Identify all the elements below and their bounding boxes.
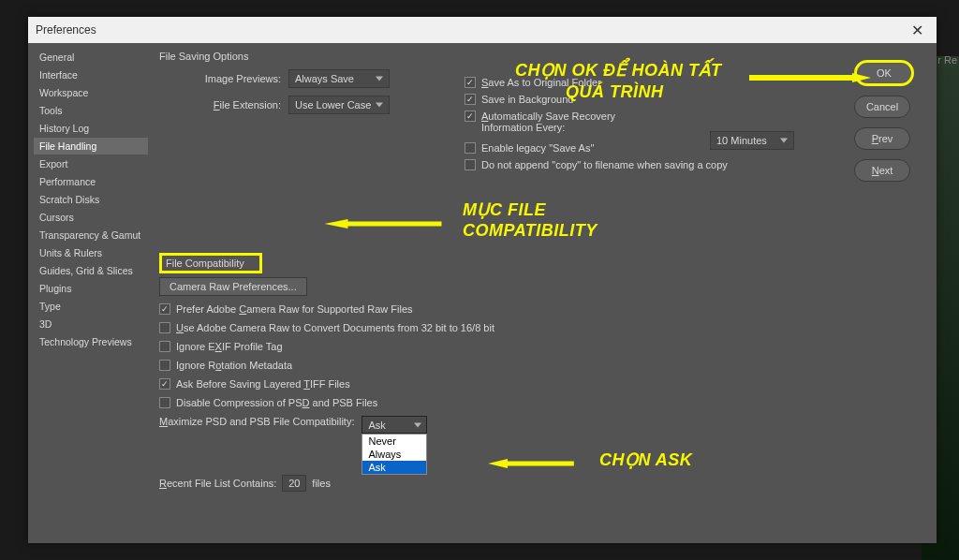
- auto-recovery-label: Automatically Save Recovery Information …: [481, 111, 622, 133]
- save-bg-label: Save in Background: [481, 94, 573, 105]
- use-raw-convert-checkbox[interactable]: [159, 322, 170, 333]
- prefer-raw-row: Prefer Adobe Camera Raw for Supported Ra…: [159, 303, 925, 315]
- recent-files-label: Recent File List Contains:: [159, 478, 276, 489]
- dialog-body: General Interface Workspace Tools Histor…: [28, 43, 937, 543]
- image-previews-label: Image Previews:: [159, 73, 281, 84]
- cancel-button[interactable]: Cancel: [854, 96, 910, 118]
- sidebar-item-interface[interactable]: Interface: [34, 66, 148, 83]
- sidebar-item-transparency-gamut[interactable]: Transparency & Gamut: [34, 227, 148, 243]
- recovery-interval-value: 10 Minutes: [716, 135, 767, 146]
- camera-raw-prefs-button[interactable]: Camera Raw Preferences...: [159, 277, 307, 296]
- ask-tiff-label: Ask Before Saving Layered TIFF Files: [176, 378, 350, 390]
- compat-checkboxes: Prefer Adobe Camera Raw for Supported Ra…: [159, 303, 925, 434]
- sidebar-item-cursors[interactable]: Cursors: [34, 209, 148, 226]
- ignore-exif-checkbox[interactable]: [159, 341, 170, 352]
- ignore-exif-row: Ignore EXIF Profile Tag: [159, 341, 925, 352]
- enable-legacy-checkbox[interactable]: [465, 142, 476, 154]
- save-bg-row: Save in Background: [465, 94, 858, 105]
- disable-psd-checkbox[interactable]: [159, 397, 170, 408]
- enable-legacy-row: Enable legacy "Save As": [465, 142, 858, 154]
- file-compatibility-section: File Compatibility Camera Raw Preference…: [159, 253, 925, 492]
- disable-psd-label: Disable Compression of PSD and PSB Files: [176, 397, 377, 408]
- maximize-compat-value: Ask: [368, 420, 385, 431]
- recent-files-input[interactable]: [282, 475, 306, 492]
- sidebar-item-plugins[interactable]: Plugins: [34, 280, 148, 297]
- sidebar-item-workspace[interactable]: Workspace: [34, 84, 148, 101]
- maximize-compat-dropdown[interactable]: Ask Never Always Ask: [361, 416, 427, 434]
- auto-recovery-checkbox[interactable]: [465, 111, 476, 122]
- file-extension-value: Use Lower Case: [295, 99, 371, 111]
- sidebar-item-export[interactable]: Export: [34, 155, 148, 172]
- maximize-compat-label: Maximize PSD and PSB File Compatibility:: [159, 416, 354, 427]
- sidebar-item-scratch-disks[interactable]: Scratch Disks: [34, 191, 148, 208]
- sidebar-item-units-rulers[interactable]: Units & Rulers: [34, 244, 148, 261]
- maximize-compat-selected[interactable]: Ask: [361, 416, 427, 434]
- use-raw-convert-label: Use Adobe Camera Raw to Convert Document…: [176, 322, 494, 333]
- window-title: Preferences: [36, 23, 96, 37]
- sidebar-item-general[interactable]: General: [34, 49, 148, 66]
- main-panel: File Saving Options Image Previews: Alwa…: [148, 43, 937, 543]
- save-bg-checkbox[interactable]: [465, 94, 476, 105]
- recent-files-suffix: files: [312, 478, 331, 489]
- dialog-buttons: OK Cancel Prev Next: [854, 60, 914, 182]
- ok-button[interactable]: OK: [854, 60, 914, 86]
- image-previews-select[interactable]: Always Save: [288, 69, 390, 88]
- preferences-dialog: Preferences ✕ General Interface Workspac…: [28, 17, 937, 543]
- no-append-row: Do not append "copy" to filename when sa…: [465, 159, 858, 170]
- enable-legacy-label: Enable legacy "Save As": [481, 142, 594, 154]
- sidebar-item-technology-previews[interactable]: Technology Previews: [34, 333, 148, 350]
- maximize-opt-always[interactable]: Always: [362, 448, 426, 461]
- titlebar: Preferences ✕: [28, 17, 937, 43]
- ignore-rotation-checkbox[interactable]: [159, 360, 170, 371]
- file-extension-label: File Extension:: [159, 99, 281, 111]
- sidebar-item-history-log[interactable]: History Log: [34, 120, 148, 137]
- ignore-rotation-label: Ignore Rotation Metadata: [176, 360, 292, 371]
- auto-recovery-row: Automatically Save Recovery Information …: [465, 111, 858, 133]
- sidebar-item-guides-grid-slices[interactable]: Guides, Grid & Slices: [34, 262, 148, 279]
- image-previews-value: Always Save: [295, 73, 354, 84]
- sidebar-item-performance[interactable]: Performance: [34, 173, 148, 190]
- save-original-row: Save As to Original Folder: [465, 77, 858, 88]
- recovery-interval-select[interactable]: 10 Minutes: [710, 131, 794, 150]
- maximize-compat-row: Maximize PSD and PSB File Compatibility:…: [159, 416, 925, 434]
- maximize-opt-never[interactable]: Never: [362, 435, 426, 448]
- recent-files-row: Recent File List Contains: files: [159, 475, 925, 492]
- no-append-checkbox[interactable]: [465, 159, 476, 170]
- disable-psd-row: Disable Compression of PSD and PSB Files: [159, 397, 925, 408]
- ignore-exif-label: Ignore EXIF Profile Tag: [176, 341, 283, 352]
- bg-text-fragment: r Re: [937, 54, 957, 66]
- ignore-rotation-row: Ignore Rotation Metadata: [159, 360, 925, 371]
- close-icon[interactable]: ✕: [906, 22, 929, 39]
- sidebar-item-3d[interactable]: 3D: [34, 316, 148, 332]
- prev-button[interactable]: Prev: [854, 127, 910, 150]
- ask-tiff-checkbox[interactable]: [159, 378, 170, 390]
- sidebar-item-type[interactable]: Type: [34, 298, 148, 315]
- sidebar-item-tools[interactable]: Tools: [34, 102, 148, 119]
- prefer-raw-checkbox[interactable]: [159, 303, 170, 315]
- sidebar: General Interface Workspace Tools Histor…: [28, 43, 148, 543]
- maximize-opt-ask[interactable]: Ask: [362, 461, 426, 474]
- maximize-compat-options: Never Always Ask: [361, 434, 427, 475]
- right-checkboxes: Save As to Original Folder Save in Backg…: [465, 77, 858, 176]
- no-append-label: Do not append "copy" to filename when sa…: [481, 159, 728, 170]
- file-saving-section-title: File Saving Options: [159, 51, 925, 62]
- save-original-checkbox[interactable]: [465, 77, 476, 88]
- ask-tiff-row: Ask Before Saving Layered TIFF Files: [159, 378, 925, 390]
- use-raw-convert-row: Use Adobe Camera Raw to Convert Document…: [159, 322, 925, 333]
- sidebar-item-file-handling[interactable]: File Handling: [34, 138, 148, 155]
- next-button[interactable]: Next: [854, 159, 910, 182]
- file-compatibility-title: File Compatibility: [159, 253, 262, 273]
- file-extension-select[interactable]: Use Lower Case: [288, 96, 390, 114]
- prefer-raw-label: Prefer Adobe Camera Raw for Supported Ra…: [176, 303, 413, 315]
- save-original-label: Save As to Original Folder: [481, 77, 601, 88]
